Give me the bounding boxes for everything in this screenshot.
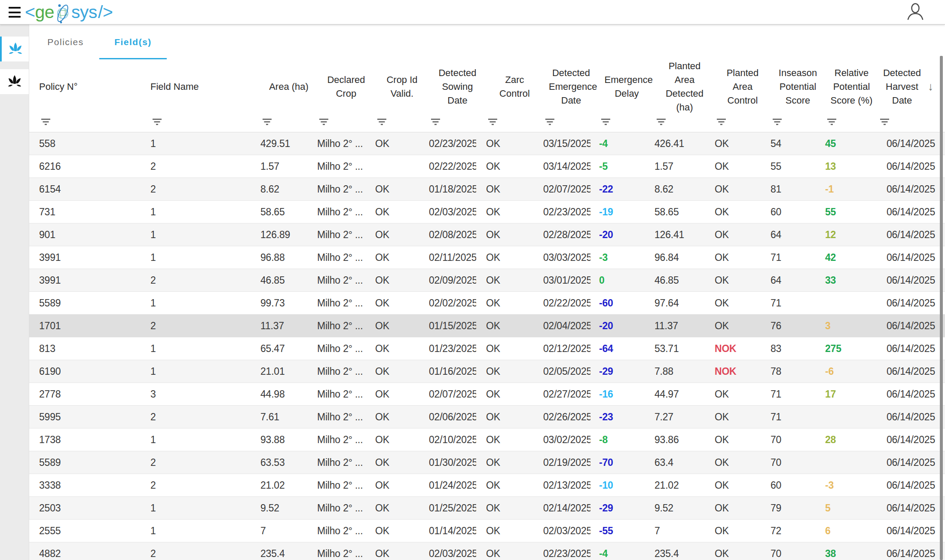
filter-icon-area[interactable] xyxy=(260,112,317,132)
cell-crop-id-valid: OK xyxy=(375,184,429,195)
table-row[interactable]: 250319.52Milho 2° ...OK01/25/2025OK02/14… xyxy=(29,497,945,520)
cell-planted-area-control: OK xyxy=(715,161,771,172)
table-row[interactable]: 1701211.37Milho 2° ...OK01/15/2025OK02/0… xyxy=(29,315,945,337)
cell-detected-harvest-date: 06/14/2025 xyxy=(878,343,935,355)
cell-planted-area-control: OK xyxy=(715,548,771,560)
column-header-policy[interactable]: Policy N° xyxy=(39,59,150,114)
cell-zarc-control: OK xyxy=(486,229,543,241)
cell-planted-area-detected: 44.97 xyxy=(654,389,715,400)
filter-icon-planted-area-control[interactable] xyxy=(715,112,771,132)
sidebar-item-fields-active[interactable] xyxy=(0,37,29,61)
filter-icon-declared-crop[interactable] xyxy=(317,112,375,132)
cell-planted-area-control: OK xyxy=(715,480,771,491)
cell-planted-area-control: OK xyxy=(715,252,771,263)
cell-declared-crop: Milho 2° ... xyxy=(317,525,375,537)
sidebar-item-fields[interactable] xyxy=(0,69,29,94)
user-profile-button[interactable] xyxy=(905,2,925,23)
cell-detected-sowing-date: 01/24/2025 xyxy=(429,480,486,491)
column-header-detected-emergence-date[interactable]: Detected Emergence Date xyxy=(543,59,599,114)
hamburger-menu-icon[interactable] xyxy=(9,7,21,18)
table-row[interactable]: 5589199.73Milho 2° ...OK02/02/2025OK02/2… xyxy=(29,292,945,315)
column-header-inseason-potential-score[interactable]: Inseason Potential Score xyxy=(771,59,825,114)
filter-icon-zarc-control[interactable] xyxy=(486,112,543,132)
cell-detected-emergence-date: 02/07/2025 xyxy=(543,184,599,195)
table-row[interactable]: 9011126.89Milho 2° ...OK02/08/2025OK02/2… xyxy=(29,223,945,246)
column-header-label: Detected Sowing Date xyxy=(435,66,480,107)
cell-crop-id-valid: OK xyxy=(375,206,429,218)
cell-area: 9.52 xyxy=(260,502,317,514)
tab-fields[interactable]: Field(s) xyxy=(99,24,167,59)
filter-icon-planted-area-detected[interactable] xyxy=(654,112,715,132)
column-header-emergence-delay[interactable]: Emergence Delay xyxy=(599,59,654,114)
filter-icon-inseason-potential-score[interactable] xyxy=(771,112,825,132)
cell-planted-area-detected: 96.84 xyxy=(654,252,715,263)
cell-inseason-potential-score: 64 xyxy=(771,275,825,286)
table-row[interactable]: 3991246.85Milho 2° ...OK02/09/2025OK03/0… xyxy=(29,269,945,292)
tab-policies[interactable]: Policies xyxy=(32,24,99,59)
cell-detected-sowing-date: 01/25/2025 xyxy=(429,502,486,514)
column-header-declared-crop[interactable]: Declared Crop xyxy=(317,59,375,114)
filter-icon-crop-id-valid[interactable] xyxy=(375,112,429,132)
cell-relative-potential-score: 42 xyxy=(825,252,878,263)
filter-icon-emergence-delay[interactable] xyxy=(599,112,654,132)
cell-planted-area-detected: 1.57 xyxy=(654,161,715,172)
cell-area: 8.62 xyxy=(260,184,317,195)
cell-field-name: 2 xyxy=(150,457,260,468)
filter-icon-detected-sowing-date[interactable] xyxy=(429,112,486,132)
filter-icon-detected-harvest-date[interactable] xyxy=(878,112,935,132)
table-row[interactable]: 621621.57Milho 2° ...02/22/2025OK03/14/2… xyxy=(29,155,945,178)
table-row[interactable]: 6190121.01Milho 2° ...OK01/16/2025OK02/0… xyxy=(29,360,945,383)
cell-detected-harvest-date: 06/14/2025 xyxy=(878,252,935,263)
cell-crop-id-valid: OK xyxy=(375,502,429,514)
table-row[interactable]: 2778344.98Milho 2° ...OK02/07/2025OK02/2… xyxy=(29,383,945,406)
column-header-planted-area-detected[interactable]: Planted Area Detected (ha) xyxy=(654,59,715,114)
vertical-scrollbar[interactable] xyxy=(940,56,943,560)
filter-icon-relative-potential-score[interactable] xyxy=(825,112,878,132)
cell-detected-emergence-date: 02/28/2025 xyxy=(543,229,599,241)
column-header-zarc-control[interactable]: Zarc Control xyxy=(486,59,543,114)
table-row[interactable]: 3338221.02Milho 2° ...OK01/24/2025OK02/1… xyxy=(29,474,945,497)
table-row[interactable]: 813165.47Milho 2° ...OK01/23/2025OK02/12… xyxy=(29,337,945,360)
cell-area: 96.88 xyxy=(260,252,317,263)
cell-detected-sowing-date: 01/18/2025 xyxy=(429,184,486,195)
cell-declared-crop: Milho 2° ... xyxy=(317,161,375,172)
column-header-label: Detected Harvest Date xyxy=(880,66,924,107)
column-header-relative-potential-score[interactable]: Relative Potential Score (%) xyxy=(825,59,878,114)
cell-zarc-control: OK xyxy=(486,275,543,286)
cell-area: 63.53 xyxy=(260,457,317,468)
table-row[interactable]: 1738193.88Milho 2° ...OK02/10/2025OK03/0… xyxy=(29,428,945,451)
table-row[interactable]: 599527.61Milho 2° ...OK02/06/2025OK02/26… xyxy=(29,406,945,428)
cell-planted-area-detected: 9.52 xyxy=(654,502,715,514)
cell-relative-potential-score: 13 xyxy=(825,161,878,172)
table-row[interactable]: 731158.65Milho 2° ...OK02/03/2025OK02/23… xyxy=(29,201,945,223)
column-header-detected-harvest-date[interactable]: Detected Harvest Date↓ xyxy=(878,59,935,114)
cell-emergence-delay: -23 xyxy=(599,411,654,423)
column-header-field-name[interactable]: Field Name xyxy=(150,59,260,114)
cell-field-name: 3 xyxy=(150,389,260,400)
cell-zarc-control: OK xyxy=(486,161,543,172)
filter-icon-field-name[interactable] xyxy=(150,112,260,132)
cell-emergence-delay: -55 xyxy=(599,525,654,537)
cell-planted-area-detected: 7 xyxy=(654,525,715,537)
cell-emergence-delay: -64 xyxy=(599,343,654,355)
table-row[interactable]: 5589263.53Milho 2° ...OK01/30/2025OK02/1… xyxy=(29,451,945,474)
filter-icon-policy[interactable] xyxy=(39,112,150,132)
cell-planted-area-detected: 126.41 xyxy=(654,229,715,241)
table-row[interactable]: 48822235.4Milho 2° ...OK02/03/2025OK02/2… xyxy=(29,542,945,560)
table-row[interactable]: 3991196.88Milho 2° ...OK02/11/2025OK03/0… xyxy=(29,246,945,269)
column-header-detected-sowing-date[interactable]: Detected Sowing Date xyxy=(429,59,486,114)
cell-planted-area-detected: 235.4 xyxy=(654,548,715,560)
table-row[interactable]: 255517Milho 2° ...OK01/14/2025OK02/03/20… xyxy=(29,520,945,542)
table-row[interactable]: 615428.62Milho 2° ...OK01/18/2025OK02/07… xyxy=(29,178,945,201)
cell-relative-potential-score: 6 xyxy=(825,525,878,537)
column-header-planted-area-control[interactable]: Planted Area Control xyxy=(715,59,771,114)
filter-icon-detected-emergence-date[interactable] xyxy=(543,112,599,132)
column-header-area[interactable]: Area (ha) xyxy=(260,59,317,114)
cell-crop-id-valid: OK xyxy=(375,343,429,355)
cell-inseason-potential-score: 70 xyxy=(771,434,825,446)
column-header-crop-id-valid[interactable]: Crop Id Valid. xyxy=(375,59,429,114)
cell-emergence-delay: -70 xyxy=(599,457,654,468)
column-header-label: Planted Area Detected (ha) xyxy=(662,59,707,114)
table-row[interactable]: 5581429.51Milho 2° ...OK02/23/2025OK03/1… xyxy=(29,132,945,155)
logo-close-bracket: /> xyxy=(98,0,113,24)
